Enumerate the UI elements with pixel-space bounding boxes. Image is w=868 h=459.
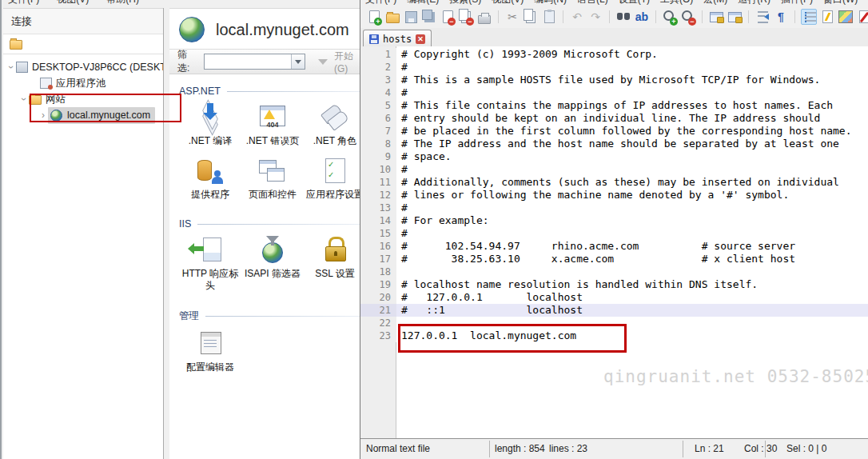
tree-item-desktop-vj8p6cc-deskt[interactable]: ›DESKTOP-VJ8P6CC (DESKT: [3, 59, 163, 75]
save-all-icon[interactable]: [421, 9, 437, 25]
line-number: 5: [360, 99, 396, 112]
feature-label: HTTP 响应标头: [179, 268, 241, 292]
find-icon[interactable]: [615, 9, 631, 25]
close-all-icon[interactable]: −: [458, 9, 474, 25]
map-shape: [838, 10, 853, 23]
section-header: IIS: [179, 218, 364, 230]
feature-pages[interactable]: 页面和控件: [241, 157, 304, 201]
menu-item[interactable]: 视图(V): [57, 0, 89, 6]
chevron-expanded-icon[interactable]: ›: [6, 62, 17, 72]
go-funnel-icon: [318, 59, 328, 65]
menu-item[interactable]: 插件(P): [781, 0, 813, 6]
wrap-shape: [758, 11, 768, 23]
print-icon[interactable]: [476, 9, 492, 25]
word-wrap-icon[interactable]: [755, 9, 770, 25]
line-number: 19: [360, 278, 396, 291]
feature-app-settings[interactable]: ✓ ✓应用程序设置: [304, 157, 366, 201]
providers-icon: [194, 157, 226, 186]
replace-icon[interactable]: ab: [634, 9, 650, 25]
editor-line: 17# 38.25.63.10 x.acme.com # x client ho…: [360, 253, 868, 265]
indent-guide-icon[interactable]: [801, 9, 817, 25]
feature-http-headers[interactable]: HTTP 响应标头: [179, 236, 241, 292]
open-icon[interactable]: [384, 9, 400, 25]
feature-net-error[interactable]: 404.NET 错误页: [241, 103, 304, 147]
toolbar-separator: [495, 10, 502, 24]
server-icon: [16, 62, 28, 73]
feature-ssl[interactable]: SSL 设置: [304, 236, 366, 292]
undo-icon[interactable]: ↶: [569, 9, 585, 25]
menu-item[interactable]: 窗口(W): [823, 0, 858, 6]
cut-icon[interactable]: ✂: [504, 9, 520, 25]
line-text: # lines or following the machine name de…: [396, 189, 868, 202]
document-map-icon[interactable]: [838, 9, 854, 25]
menu-item[interactable]: 编码(N): [534, 0, 567, 6]
line-text: # This file contains the mappings of IP …: [396, 99, 868, 112]
line-number: 7: [360, 125, 396, 138]
user-language-icon[interactable]: [819, 9, 835, 25]
http-headers-icon: [194, 236, 226, 265]
line-text: # space.: [396, 150, 868, 163]
winlock-shape: [710, 12, 723, 22]
line-number: 3: [360, 74, 396, 86]
feature-net-compile[interactable]: .NET 编译: [179, 103, 241, 147]
feature-label: 配置编辑器: [186, 361, 234, 373]
npp-statusbar: Normal text file length : 854 lines : 23…: [360, 438, 868, 459]
line-text: # 38.25.63.10 x.acme.com # x client host: [396, 253, 868, 265]
menu-item[interactable]: 设置(T): [619, 0, 650, 6]
menu-item[interactable]: 文件(F): [365, 0, 396, 6]
feature-config-editor[interactable]: 配置编辑器: [179, 329, 241, 373]
show-all-characters-icon[interactable]: ¶: [773, 9, 789, 25]
tree-item--[interactable]: 应用程序池: [3, 75, 163, 91]
menu-item[interactable]: 语言(L): [577, 0, 608, 6]
feature-grid: 配置编辑器: [179, 329, 366, 383]
winlock-shape: [728, 12, 742, 22]
isapi-icon: [257, 236, 289, 265]
new-file-icon[interactable]: +: [366, 9, 382, 25]
npp-tabbar: hosts ✕: [360, 28, 868, 47]
feature-providers[interactable]: 提供程序: [179, 157, 241, 201]
tab-close-icon[interactable]: ✕: [416, 34, 425, 44]
paste-icon[interactable]: [541, 9, 557, 25]
npp-menubar: 文件(F)编辑(E)搜索(S)视图(V)编码(N)语言(L)设置(T)工具(O)…: [360, 0, 868, 6]
menu-item[interactable]: 搜索(S): [449, 0, 481, 6]
close-icon[interactable]: −: [440, 9, 456, 25]
redo-icon[interactable]: ↷: [587, 9, 603, 25]
filter-combobox[interactable]: [204, 54, 305, 70]
feature-label: 页面和控件: [249, 189, 297, 201]
copy-icon[interactable]: [523, 9, 539, 25]
status-lines: lines : 23: [549, 443, 587, 454]
menu-item[interactable]: 文件(F): [8, 0, 39, 6]
site-home-panel: local.mynuget.com 筛选: 开始(G) ASP.NET.NET …: [169, 8, 364, 459]
menu-item[interactable]: 视图(V): [492, 0, 524, 6]
features-area: ASP.NET.NET 编译404.NET 错误页.NET 角色提供程序页面和控…: [169, 74, 364, 383]
zoom-in-icon[interactable]: +: [662, 9, 678, 25]
feature-isapi[interactable]: ISAPI 筛选器: [241, 236, 304, 292]
menu-item[interactable]: 帮助(H): [106, 0, 139, 6]
tab-hosts[interactable]: hosts ✕: [363, 30, 432, 47]
line-text: # 102.54.94.97 rhino.acme.com # source s…: [396, 240, 868, 253]
section-header: ASP.NET: [179, 86, 364, 97]
line-text: #: [396, 227, 868, 240]
zoom-out-icon[interactable]: −: [680, 9, 696, 25]
feature-net-roles[interactable]: .NET 角色: [304, 103, 366, 147]
menu-item[interactable]: 编辑(E): [407, 0, 439, 6]
menu-item[interactable]: 宏(M): [703, 0, 727, 6]
sync-vertical-scroll-icon[interactable]: [708, 9, 724, 25]
status-selection: Sel : 0 | 0: [786, 443, 826, 454]
menu-item[interactable]: 运行(R): [738, 0, 770, 6]
menu-item[interactable]: 工具(O): [660, 0, 693, 6]
badge: −: [688, 18, 696, 26]
iis-manager-window: 文件(F)视图(V)帮助(H) 连接 ›DESKTOP-VJ8P6CC (DES…: [0, 0, 364, 459]
site-home-title: local.mynuget.com: [216, 21, 349, 39]
chevron-expanded-icon[interactable]: ›: [18, 94, 30, 104]
save-icon[interactable]: [403, 9, 419, 25]
macro-record-icon[interactable]: [856, 9, 868, 25]
save-connections-icon[interactable]: [10, 40, 22, 50]
line-number: 12: [360, 189, 396, 202]
combo-dropdown-button[interactable]: [291, 54, 305, 69]
pen-shape: [859, 10, 868, 23]
line-text: # localhost name resolution is handled w…: [396, 278, 868, 291]
section-divider: [205, 316, 360, 317]
glyph: ab: [635, 11, 648, 22]
sync-horizontal-scroll-icon[interactable]: [727, 9, 743, 25]
